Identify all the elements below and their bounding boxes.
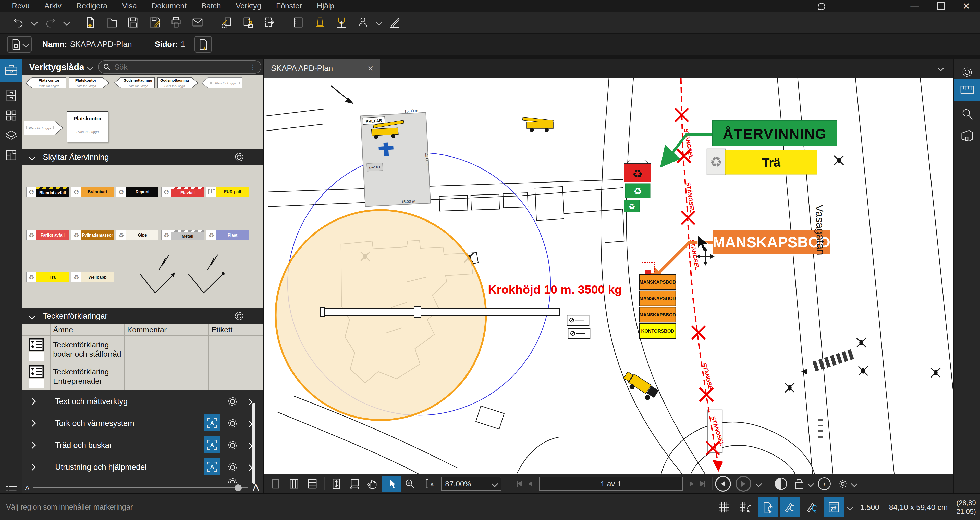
info-button[interactable]: i — [815, 476, 834, 492]
tab-list-caret[interactable] — [937, 65, 944, 71]
last-page-button[interactable] — [700, 481, 705, 487]
sign-plast[interactable]: ♻Plast — [206, 230, 248, 240]
scale-slider-thumb[interactable] — [234, 484, 242, 491]
tool-sign-logo-right[interactable]: Plats för Logga — [24, 120, 63, 135]
sign-fyllnadsmassor[interactable]: ♻Fyllnadsmassor — [71, 230, 114, 240]
fit-page-button[interactable] — [327, 476, 345, 492]
measurements-rail-button[interactable] — [954, 79, 980, 101]
tab-close-icon[interactable]: × — [368, 63, 373, 74]
search-rail-button[interactable] — [954, 103, 980, 125]
single-page-view-button[interactable] — [266, 476, 285, 492]
markup-reuse-button[interactable] — [802, 497, 822, 517]
tra-sign[interactable]: ♻ Trä — [707, 149, 817, 175]
section-skyltar-atervinning[interactable]: Skyltar Återvinning — [22, 149, 263, 165]
menu-fonster[interactable]: Fönster — [276, 2, 302, 10]
section-tork-varme[interactable]: Tork och värmesystem A — [22, 415, 263, 432]
scale-icon[interactable]: A — [204, 414, 220, 431]
layers-rail-button[interactable] — [0, 124, 22, 147]
select-text-button[interactable]: A — [419, 476, 438, 492]
maximize-button[interactable] — [937, 2, 945, 10]
scale-icon[interactable]: A — [204, 436, 220, 453]
scale-slider-track[interactable] — [33, 487, 248, 488]
search-options-icon[interactable]: ⋮ — [250, 63, 256, 71]
tab-skapa-apd-plan[interactable]: SKAPA APD-Plan × — [264, 59, 380, 78]
new-document-button[interactable] — [80, 14, 101, 31]
lock-button[interactable] — [790, 476, 808, 492]
insert-pages-button[interactable] — [216, 14, 237, 31]
extract-pages-button[interactable] — [237, 14, 259, 31]
menu-revu[interactable]: Revu — [12, 2, 30, 10]
open-folder-button[interactable] — [101, 14, 123, 31]
tool-sign-platskontor-right[interactable]: PlatskontorPlats för Logga — [68, 77, 110, 89]
email-button[interactable] — [187, 14, 208, 31]
drawing-sheet[interactable]: PREFAB 15,00 m 22,00 m 15,00 m DAVLIFT — [264, 78, 953, 474]
sign-deponi[interactable]: ♻Deponi — [116, 187, 159, 197]
gear-icon[interactable] — [227, 396, 239, 407]
thumbnails-rail-button[interactable] — [0, 104, 22, 127]
document-menu-button[interactable] — [7, 36, 32, 52]
print-button[interactable] — [165, 14, 187, 31]
search-input[interactable] — [114, 62, 247, 71]
grid-toggle-button[interactable] — [714, 497, 734, 517]
scale-icon[interactable]: A — [204, 458, 220, 475]
gear-icon[interactable] — [233, 310, 245, 322]
page-number-field[interactable]: 1 av 1 — [539, 477, 683, 491]
sign-farligt-avfall[interactable]: ♻Farligt avfall — [26, 230, 68, 240]
menu-dokument[interactable]: Dokument — [151, 2, 186, 10]
add-page-button[interactable] — [194, 36, 212, 52]
section-utrustning[interactable]: Utrustning och hjälpmedel A — [22, 459, 263, 476]
snap-markup-button[interactable] — [780, 497, 800, 517]
pan-tool-button[interactable] — [364, 476, 382, 492]
save-as-button[interactable] — [144, 14, 165, 31]
spaces-rail-button[interactable] — [0, 144, 22, 167]
tool-sign-platskontor-box[interactable]: Platskontor Plats för Logga — [67, 111, 108, 142]
drawing-scale[interactable]: 1:500 — [860, 503, 879, 512]
search-box[interactable]: ⋮ — [98, 60, 261, 74]
split-horizontal-button[interactable] — [303, 476, 321, 492]
sign-tra[interactable]: ♻Trä — [26, 272, 68, 282]
zoom-level-select[interactable]: 87,00% — [441, 477, 501, 491]
snap-grid-button[interactable] — [736, 497, 756, 517]
mobile-crane-2-icon[interactable] — [522, 117, 553, 132]
section-trad-buskar[interactable]: Träd och buskar A — [22, 437, 263, 454]
select-tool-button[interactable] — [382, 476, 401, 492]
panels-button[interactable] — [288, 14, 309, 31]
redo-button[interactable] — [40, 14, 61, 31]
gear-icon[interactable] — [233, 151, 245, 163]
prefab-building[interactable]: PREFAB 15,00 m 22,00 m 15,00 m DAVLIFT — [360, 108, 431, 206]
gear-icon[interactable] — [227, 439, 239, 451]
next-view-button[interactable] — [735, 476, 751, 492]
tool-sign-godsmottagning-right[interactable]: GodsmottagningPlats för Logga — [157, 77, 199, 89]
tool-sign-logo-left[interactable]: Plats för Logga — [201, 77, 242, 89]
sync-views-button[interactable] — [824, 497, 844, 517]
file-access-rail-button[interactable] — [0, 84, 22, 107]
zoom-tool-button[interactable] — [401, 476, 419, 492]
legend-row-entreprenader[interactable]: Teckenförklaring Entreprenader — [22, 363, 263, 390]
prev-page-button[interactable] — [528, 481, 532, 487]
sign-gips[interactable]: ♻Gips — [116, 230, 159, 240]
legend-row-bodar[interactable]: Teckenförklaring bodar och stålförråd — [22, 336, 263, 363]
menu-verktyg[interactable]: Verktyg — [236, 2, 261, 10]
wheel-loader-icon[interactable] — [620, 370, 659, 403]
export-pages-button[interactable] — [259, 14, 280, 31]
minimize-button[interactable]: — — [910, 1, 919, 11]
menu-arkiv[interactable]: Arkiv — [45, 2, 62, 10]
undo-caret[interactable] — [29, 14, 40, 31]
gear-icon[interactable] — [227, 461, 239, 473]
menu-hjalp[interactable]: Hjälp — [317, 2, 334, 10]
lift-tool-button[interactable] — [331, 14, 352, 31]
undo-button[interactable] — [8, 14, 29, 31]
signature-pen-button[interactable] — [384, 14, 406, 31]
split-vertical-button[interactable] — [285, 476, 303, 492]
brightness-button[interactable] — [834, 476, 852, 492]
profile-button[interactable] — [352, 14, 374, 31]
sync-caret[interactable] — [847, 504, 853, 510]
sign-brannbart[interactable]: ♻Brännbart — [71, 187, 114, 197]
sign-eur-pall[interactable]: EUR-pall — [206, 187, 248, 197]
redo-caret[interactable] — [61, 14, 72, 31]
sign-metall[interactable]: ♻Metall — [161, 230, 204, 240]
fence-line-tools[interactable] — [135, 250, 237, 295]
flag-tool-button[interactable] — [309, 14, 331, 31]
profile-caret[interactable] — [374, 14, 384, 31]
fit-width-button[interactable] — [345, 476, 364, 492]
